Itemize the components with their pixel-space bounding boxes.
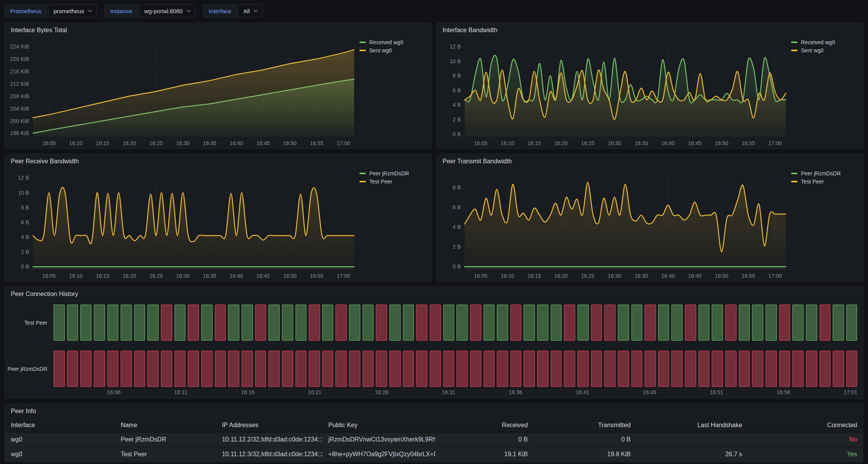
state-bar[interactable] — [578, 351, 589, 387]
state-bar[interactable] — [322, 305, 334, 341]
column-header[interactable]: Transmitted — [534, 419, 636, 432]
legend-item[interactable]: Sent wg0 — [360, 47, 427, 54]
panel-title[interactable]: Peer Connection History — [11, 291, 78, 298]
legend-item[interactable]: Sent wg0 — [791, 47, 858, 54]
state-bar[interactable] — [645, 351, 656, 387]
state-bar[interactable] — [175, 351, 186, 387]
state-bar[interactable] — [296, 305, 307, 341]
state-bar[interactable] — [766, 305, 777, 341]
state-bar[interactable] — [551, 351, 562, 387]
state-bar[interactable] — [188, 351, 199, 387]
state-bar[interactable] — [376, 351, 387, 387]
panel-title[interactable]: Peer Transmit Bandwidth — [443, 158, 512, 165]
chart-canvas[interactable]: 0 B2 B4 B6 B8 B16:0516:1016:1516:2016:25… — [437, 169, 791, 281]
state-bar[interactable] — [80, 305, 92, 341]
state-bar[interactable] — [456, 351, 468, 387]
state-bar[interactable] — [792, 305, 804, 341]
state-bar[interactable] — [699, 351, 710, 387]
state-bar[interactable] — [94, 305, 105, 341]
state-bar[interactable] — [107, 305, 119, 341]
state-bar[interactable] — [497, 305, 508, 341]
state-bar[interactable] — [134, 305, 145, 341]
state-bar[interactable] — [215, 305, 226, 341]
state-bar[interactable] — [282, 351, 293, 387]
state-bar[interactable] — [685, 351, 696, 387]
state-bar[interactable] — [631, 305, 643, 341]
state-bar[interactable] — [121, 351, 132, 387]
state-bar[interactable] — [147, 351, 159, 387]
state-bar[interactable] — [564, 305, 575, 341]
state-bar[interactable] — [430, 305, 441, 341]
state-bar[interactable] — [268, 305, 280, 341]
state-bar[interactable] — [618, 305, 629, 341]
state-bar[interactable] — [551, 305, 562, 341]
state-bar[interactable] — [389, 305, 401, 341]
variable-value-dropdown[interactable]: wg-portal:8080 — [139, 4, 195, 17]
state-bar[interactable] — [161, 305, 172, 341]
state-bar[interactable] — [524, 351, 535, 387]
state-bar[interactable] — [645, 305, 656, 341]
state-bar[interactable] — [470, 305, 481, 341]
state-bar[interactable] — [846, 305, 858, 341]
state-bar[interactable] — [443, 305, 455, 341]
state-bar[interactable] — [242, 351, 253, 387]
state-bar[interactable] — [161, 351, 172, 387]
panel-title[interactable]: Peer Receive Bandwidth — [11, 158, 79, 165]
state-bar[interactable] — [510, 351, 522, 387]
state-bar[interactable] — [188, 305, 199, 341]
state-bar[interactable] — [67, 351, 78, 387]
state-bar[interactable] — [671, 351, 683, 387]
column-header[interactable]: Name — [115, 419, 216, 432]
state-bar[interactable] — [792, 351, 804, 387]
column-header[interactable]: Interface — [5, 419, 115, 432]
state-bar[interactable] — [537, 305, 548, 341]
legend-item[interactable]: Test Peer — [791, 178, 858, 185]
state-bar[interactable] — [806, 305, 817, 341]
state-bar[interactable] — [94, 351, 105, 387]
panel-title[interactable]: Interface Bandwidth — [443, 27, 497, 34]
state-bar[interactable] — [349, 305, 360, 341]
state-bar[interactable] — [578, 305, 589, 341]
state-bar[interactable] — [658, 305, 669, 341]
state-bar[interactable] — [443, 351, 455, 387]
state-bar[interactable] — [54, 305, 65, 341]
state-bar[interactable] — [752, 305, 763, 341]
chart-canvas[interactable]: 0 B2 B4 B6 B8 B10 B12 B16:0516:1016:1516… — [437, 38, 791, 149]
state-bar[interactable] — [147, 305, 159, 341]
state-bar[interactable] — [524, 305, 535, 341]
state-bar[interactable] — [537, 351, 548, 387]
column-header[interactable]: IP Addresses — [216, 419, 322, 432]
variable-value-dropdown[interactable]: All — [238, 4, 263, 17]
state-bar[interactable] — [456, 305, 468, 341]
state-bar[interactable] — [335, 351, 347, 387]
state-bar[interactable] — [591, 305, 602, 341]
column-header[interactable]: Last Handshake — [636, 419, 748, 432]
state-bar[interactable] — [134, 351, 145, 387]
state-bar[interactable] — [335, 305, 347, 341]
time-series-chart[interactable]: 0 B2 B4 B6 B8 B16:0516:1016:1516:2016:25… — [437, 169, 791, 281]
state-bar[interactable] — [67, 305, 78, 341]
state-bar[interactable] — [497, 351, 508, 387]
state-bar[interactable] — [389, 351, 401, 387]
state-bar[interactable] — [739, 305, 750, 341]
state-bar[interactable] — [779, 305, 790, 341]
state-bar[interactable] — [604, 351, 616, 387]
state-bar[interactable] — [107, 351, 119, 387]
state-bar[interactable] — [470, 351, 481, 387]
state-bar[interactable] — [739, 351, 750, 387]
state-bar[interactable] — [296, 351, 307, 387]
state-bar[interactable] — [591, 351, 602, 387]
legend-item[interactable]: Received wg0 — [360, 39, 427, 45]
state-bar[interactable] — [752, 351, 763, 387]
state-bar[interactable] — [685, 305, 696, 341]
panel-title[interactable]: Peer Info — [11, 408, 36, 415]
state-bar[interactable] — [618, 351, 629, 387]
state-bar[interactable] — [363, 305, 374, 341]
state-bar[interactable] — [671, 305, 683, 341]
state-bar[interactable] — [416, 351, 427, 387]
state-bar[interactable] — [376, 305, 387, 341]
state-bar[interactable] — [820, 351, 831, 387]
state-bar[interactable] — [54, 351, 65, 387]
chart-canvas[interactable]: 196 KiB200 KiB204 KiB208 KiB212 KiB216 K… — [5, 38, 360, 149]
state-bar[interactable] — [766, 351, 777, 387]
